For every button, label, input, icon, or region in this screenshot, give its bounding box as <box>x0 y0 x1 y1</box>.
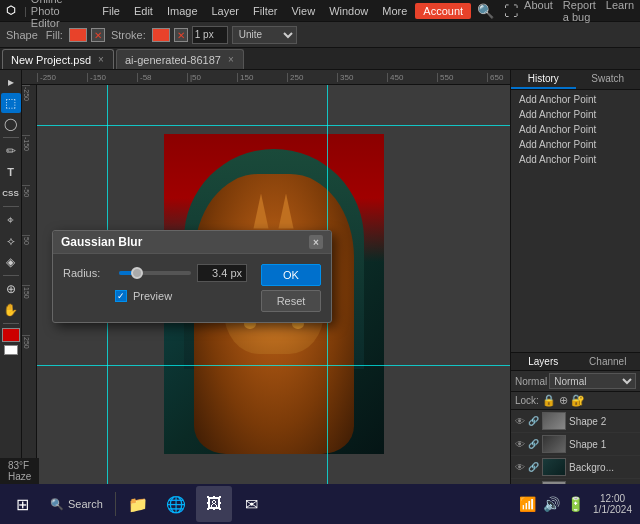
tool-eyedropper[interactable]: ⟡ <box>1 231 21 251</box>
tray-volume[interactable]: 🔊 <box>541 494 561 514</box>
gaussian-blur-dialog: Gaussian Blur × Radius: <box>52 230 332 323</box>
main-area: ▸ ⬚ ◯ ✏ T CSS ⌖ ⟡ ◈ ⊕ ✋ -250 -150 -58 |5… <box>0 70 640 502</box>
left-toolbar: ▸ ⬚ ◯ ✏ T CSS ⌖ ⟡ ◈ ⊕ ✋ <box>0 70 22 502</box>
taskbar-divider <box>115 492 116 516</box>
lock-icon[interactable]: 🔒 <box>542 394 556 407</box>
background-color[interactable] <box>4 345 18 355</box>
tray-battery[interactable]: 🔋 <box>565 494 585 514</box>
stroke-width-input[interactable] <box>192 26 228 44</box>
ruler-mark: 250 <box>287 73 337 82</box>
history-item[interactable]: Add Anchor Point <box>511 107 640 122</box>
search-icon[interactable]: 🔍 <box>473 3 498 19</box>
tool-hand[interactable]: ✋ <box>1 300 21 320</box>
menu-layer[interactable]: Layer <box>206 3 246 19</box>
canvas-area[interactable]: -250 -150 -58 |50 150 250 350 450 550 65… <box>22 70 510 502</box>
history-item[interactable]: Add Anchor Point <box>511 137 640 152</box>
layer-link-icon[interactable]: 🔗 <box>528 416 539 426</box>
blend-mode-select[interactable]: Unite Subtract Intersect Exclude <box>232 26 297 44</box>
search-label: Search <box>68 498 103 510</box>
reset-button[interactable]: Reset <box>261 290 321 312</box>
preview-label: Preview <box>133 290 172 302</box>
history-item[interactable]: Add Anchor Point <box>511 122 640 137</box>
foreground-color[interactable] <box>2 328 20 342</box>
tool-text[interactable]: T <box>1 162 21 182</box>
search-icon: 🔍 <box>50 498 64 511</box>
menu-image[interactable]: Image <box>161 3 204 19</box>
layer-item-shape2[interactable]: 👁 🔗 Shape 2 <box>511 410 640 433</box>
tool-divider-2 <box>3 206 19 207</box>
start-button[interactable]: ⊞ <box>4 486 40 522</box>
system-clock[interactable]: 12:00 1/1/2024 <box>589 493 636 515</box>
radius-slider-track[interactable] <box>119 271 191 275</box>
menu-more[interactable]: More <box>376 3 413 19</box>
tab-ai-generated[interactable]: ai-generated-86187 × <box>116 49 244 69</box>
expand-icon[interactable]: ⛶ <box>500 3 522 19</box>
history-tab[interactable]: History <box>511 70 576 89</box>
ruler-mark-v: 50 <box>22 235 30 285</box>
layer-link-icon[interactable]: 🔗 <box>528 462 539 472</box>
taskbar-photoedit[interactable]: 🖼 <box>196 486 232 522</box>
account-button[interactable]: Account <box>415 3 471 19</box>
menu-filter[interactable]: Filter <box>247 3 283 19</box>
ruler-mark: 450 <box>387 73 437 82</box>
layer-visibility-eye[interactable]: 👁 <box>515 439 525 450</box>
ok-button[interactable]: OK <box>261 264 321 286</box>
channels-tab[interactable]: Channel <box>576 353 641 370</box>
learn-link[interactable]: Learn <box>606 0 634 23</box>
menu-view[interactable]: View <box>285 3 321 19</box>
layer-item-shape1[interactable]: 👁 🔗 Shape 1 <box>511 433 640 456</box>
tool-pen[interactable]: ✏ <box>1 141 21 161</box>
layers-panel: Layers Channel Normal Normal Multiply Sc… <box>511 352 640 502</box>
dialog-title-bar[interactable]: Gaussian Blur × <box>53 231 331 254</box>
swatch-tab[interactable]: Swatch <box>576 70 641 89</box>
ruler-mark: -150 <box>87 73 137 82</box>
layer-thumbnail-bg1 <box>542 458 566 476</box>
report-bug-link[interactable]: Report a bug <box>563 0 596 23</box>
tool-crop[interactable]: ⌖ <box>1 210 21 230</box>
radius-slider-thumb[interactable] <box>131 267 143 279</box>
tab-close-1[interactable]: × <box>97 54 105 65</box>
lock-all-icon[interactable]: 🔐 <box>571 394 585 407</box>
radius-value-input[interactable] <box>197 264 247 282</box>
tool-select[interactable]: ▸ <box>1 72 21 92</box>
menu-window[interactable]: Window <box>323 3 374 19</box>
about-link[interactable]: About <box>524 0 553 23</box>
menu-right-links: About Report a bug Learn <box>524 0 634 23</box>
radius-slider-container[interactable] <box>119 271 191 275</box>
layer-item-bg1[interactable]: 👁 🔗 Backgro... <box>511 456 640 479</box>
taskbar-browser[interactable]: 🌐 <box>158 486 194 522</box>
tool-fill[interactable]: ◈ <box>1 252 21 272</box>
preview-checkbox[interactable] <box>115 290 127 302</box>
stroke-color-swatch[interactable] <box>152 28 170 42</box>
tool-css[interactable]: CSS <box>1 183 21 203</box>
dialog-close-button[interactable]: × <box>309 235 323 249</box>
radius-label: Radius: <box>63 267 113 279</box>
tab-new-project[interactable]: New Project.psd × <box>2 49 114 69</box>
fox-ear-right <box>274 194 299 229</box>
app-logo: ⬡ <box>6 4 16 17</box>
tool-rect[interactable]: ⬚ <box>1 93 21 113</box>
layer-visibility-eye[interactable]: 👁 <box>515 416 525 427</box>
taskbar-files[interactable]: 📁 <box>120 486 156 522</box>
tray-network[interactable]: 📶 <box>517 494 537 514</box>
tool-divider-1 <box>3 137 19 138</box>
preview-row: Preview <box>63 290 247 302</box>
search-button[interactable]: 🔍 Search <box>42 486 111 522</box>
tool-ellipse[interactable]: ◯ <box>1 114 21 134</box>
layer-link-icon[interactable]: 🔗 <box>528 439 539 449</box>
layer-blend-select[interactable]: Normal Multiply Screen <box>549 373 636 389</box>
tool-zoom[interactable]: ⊕ <box>1 279 21 299</box>
history-item[interactable]: Add Anchor Point <box>511 152 640 167</box>
tab-close-2[interactable]: × <box>227 54 235 65</box>
weather-bar: 83°F Haze <box>0 458 39 484</box>
fill-none-swatch[interactable]: ✕ <box>91 28 105 42</box>
layers-tab[interactable]: Layers <box>511 353 576 370</box>
layer-visibility-eye[interactable]: 👁 <box>515 462 525 473</box>
menu-edit[interactable]: Edit <box>128 3 159 19</box>
taskbar-mail[interactable]: ✉ <box>234 486 270 522</box>
fill-color-swatch[interactable] <box>69 28 87 42</box>
lock-position-icon[interactable]: ⊕ <box>559 394 568 407</box>
stroke-none-swatch[interactable]: ✕ <box>174 28 188 42</box>
history-item[interactable]: Add Anchor Point <box>511 92 640 107</box>
menu-file[interactable]: File <box>96 3 126 19</box>
